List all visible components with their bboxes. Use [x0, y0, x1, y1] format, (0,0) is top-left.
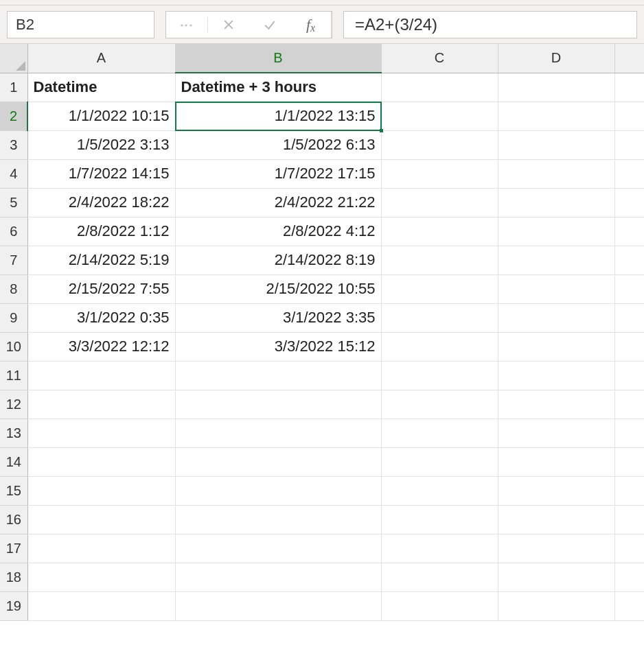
cancel-icon[interactable]	[208, 12, 249, 38]
cell-C17[interactable]	[381, 534, 498, 563]
cell-B8[interactable]: 2/15/2022 10:55	[175, 274, 381, 303]
cell-A11[interactable]	[27, 361, 175, 390]
cell-partial-18[interactable]	[614, 563, 644, 591]
row-header-11[interactable]: 11	[0, 361, 27, 390]
cell-A2[interactable]: 1/1/2022 10:15	[27, 102, 175, 130]
cell-partial-19[interactable]	[614, 591, 644, 620]
cell-B9[interactable]: 3/1/2022 3:35	[175, 303, 381, 332]
cell-B19[interactable]	[175, 591, 381, 620]
cell-B17[interactable]	[175, 534, 381, 563]
cell-A5[interactable]: 2/4/2022 18:22	[27, 188, 175, 217]
cell-A13[interactable]	[27, 419, 175, 447]
cell-B16[interactable]	[175, 505, 381, 534]
cell-D3[interactable]	[498, 130, 614, 159]
cell-A8[interactable]: 2/15/2022 7:55	[27, 274, 175, 303]
enter-icon[interactable]	[249, 12, 290, 38]
row-header-13[interactable]: 13	[0, 419, 27, 447]
spreadsheet-grid[interactable]: ABCD1DatetimeDatetime + 3 hours21/1/2022…	[0, 44, 644, 621]
cell-B13[interactable]	[175, 419, 381, 447]
cell-C3[interactable]	[381, 130, 498, 159]
cell-D5[interactable]	[498, 188, 614, 217]
cell-partial-4[interactable]	[614, 159, 644, 188]
cell-partial-17[interactable]	[614, 534, 644, 563]
cell-D10[interactable]	[498, 332, 614, 361]
cell-B15[interactable]	[175, 476, 381, 505]
cell-C18[interactable]	[381, 563, 498, 591]
cell-partial-3[interactable]	[614, 130, 644, 159]
cell-B6[interactable]: 2/8/2022 4:12	[175, 217, 381, 246]
cell-A18[interactable]	[27, 563, 175, 591]
cell-B4[interactable]: 1/7/2022 17:15	[175, 159, 381, 188]
cell-C4[interactable]	[381, 159, 498, 188]
cell-C7[interactable]	[381, 246, 498, 274]
row-header-9[interactable]: 9	[0, 303, 27, 332]
cell-A10[interactable]: 3/3/2022 12:12	[27, 332, 175, 361]
cell-A9[interactable]: 3/1/2022 0:35	[27, 303, 175, 332]
cell-D8[interactable]	[498, 274, 614, 303]
cell-D13[interactable]	[498, 419, 614, 447]
row-header-8[interactable]: 8	[0, 274, 27, 303]
cell-D11[interactable]	[498, 361, 614, 390]
cell-D9[interactable]	[498, 303, 614, 332]
cell-B1[interactable]: Datetime + 3 hours	[175, 73, 381, 102]
row-header-12[interactable]: 12	[0, 390, 27, 419]
row-header-10[interactable]: 10	[0, 332, 27, 361]
expand-icon[interactable]: ⋮	[166, 12, 207, 38]
select-all-corner[interactable]	[0, 44, 27, 73]
cell-D19[interactable]	[498, 591, 614, 620]
cell-B2[interactable]: 1/1/2022 13:15	[175, 102, 381, 130]
cell-D4[interactable]	[498, 159, 614, 188]
cell-C13[interactable]	[381, 419, 498, 447]
cell-A16[interactable]	[27, 505, 175, 534]
cell-D1[interactable]	[498, 73, 614, 102]
cell-partial-5[interactable]	[614, 188, 644, 217]
cell-partial-12[interactable]	[614, 390, 644, 419]
cell-partial-16[interactable]	[614, 505, 644, 534]
cell-partial-8[interactable]	[614, 274, 644, 303]
cell-A3[interactable]: 1/5/2022 3:13	[27, 130, 175, 159]
cell-partial-2[interactable]	[614, 102, 644, 130]
row-header-19[interactable]: 19	[0, 591, 27, 620]
cell-partial-7[interactable]	[614, 246, 644, 274]
cell-A1[interactable]: Datetime	[27, 73, 175, 102]
cell-C1[interactable]	[381, 73, 498, 102]
row-header-14[interactable]: 14	[0, 447, 27, 476]
cell-partial-1[interactable]	[614, 73, 644, 102]
cell-C5[interactable]	[381, 188, 498, 217]
cell-A19[interactable]	[27, 591, 175, 620]
cell-C15[interactable]	[381, 476, 498, 505]
cell-C10[interactable]	[381, 332, 498, 361]
row-header-16[interactable]: 16	[0, 505, 27, 534]
cell-B10[interactable]: 3/3/2022 15:12	[175, 332, 381, 361]
cell-D6[interactable]	[498, 217, 614, 246]
cell-B7[interactable]: 2/14/2022 8:19	[175, 246, 381, 274]
row-header-7[interactable]: 7	[0, 246, 27, 274]
cell-C9[interactable]	[381, 303, 498, 332]
name-box[interactable]: ▼	[7, 11, 154, 38]
cell-partial-9[interactable]	[614, 303, 644, 332]
cell-partial-6[interactable]	[614, 217, 644, 246]
cell-B3[interactable]: 1/5/2022 6:13	[175, 130, 381, 159]
cell-B5[interactable]: 2/4/2022 21:22	[175, 188, 381, 217]
cell-D18[interactable]	[498, 563, 614, 591]
cell-partial-15[interactable]	[614, 476, 644, 505]
cell-partial-14[interactable]	[614, 447, 644, 476]
formula-input[interactable]	[354, 14, 627, 35]
cell-D2[interactable]	[498, 102, 614, 130]
cell-A7[interactable]: 2/14/2022 5:19	[27, 246, 175, 274]
cell-A4[interactable]: 1/7/2022 14:15	[27, 159, 175, 188]
cell-C12[interactable]	[381, 390, 498, 419]
cell-A6[interactable]: 2/8/2022 1:12	[27, 217, 175, 246]
cell-C19[interactable]	[381, 591, 498, 620]
cell-B12[interactable]	[175, 390, 381, 419]
insert-function-button[interactable]: fx	[290, 12, 332, 38]
cell-partial-10[interactable]	[614, 332, 644, 361]
col-header-A[interactable]: A	[27, 44, 175, 73]
row-header-6[interactable]: 6	[0, 217, 27, 246]
cell-B11[interactable]	[175, 361, 381, 390]
cell-D12[interactable]	[498, 390, 614, 419]
cell-D15[interactable]	[498, 476, 614, 505]
cell-A12[interactable]	[27, 390, 175, 419]
cell-C6[interactable]	[381, 217, 498, 246]
fill-handle[interactable]	[379, 128, 384, 133]
